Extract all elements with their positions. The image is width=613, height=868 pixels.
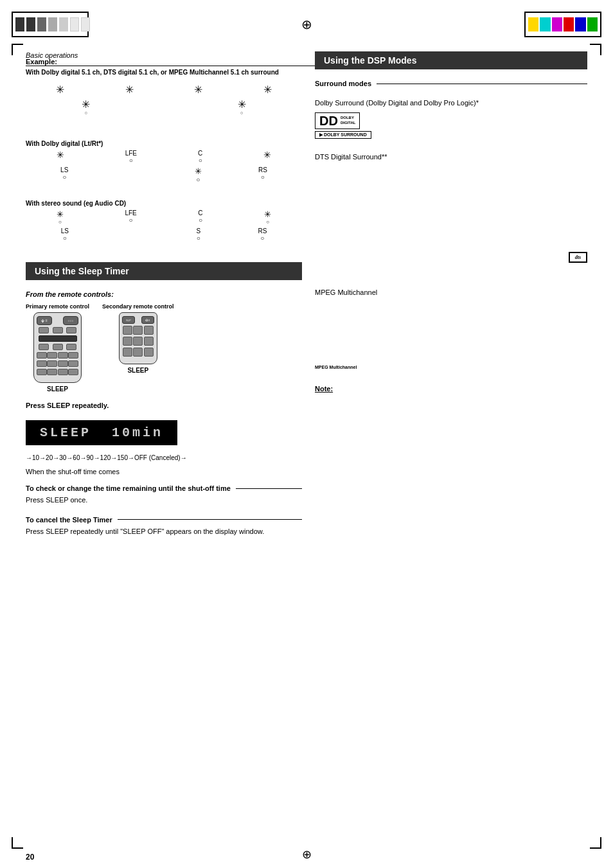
remote-btn-2[interactable]: [53, 327, 63, 333]
right-header-bar: [524, 12, 601, 37]
r2-sleep-btn[interactable]: SLP: [122, 316, 135, 324]
sleep-timer-title: Using the Sleep Timer: [26, 262, 302, 280]
note-label: Note:: [315, 385, 333, 393]
diagram-stereo: ✳○ LFE ○ C ○ ✳○ LS ○ S ○: [26, 209, 302, 254]
display-right: 10min: [112, 425, 163, 440]
color-block-7: [81, 17, 90, 31]
cancel-heading: To cancel the Sleep Timer: [26, 516, 302, 524]
r2-btn-9[interactable]: [144, 348, 154, 357]
color-block-blue: [575, 17, 585, 31]
surround-heading: Surround modes: [315, 80, 587, 87]
remote-btn-1[interactable]: [39, 327, 49, 333]
spk2-rs: RS ○: [258, 166, 267, 183]
remote-btn-18[interactable]: [68, 369, 78, 375]
r2-btn-7[interactable]: [123, 348, 132, 357]
spk3-fl: ✳○: [57, 209, 64, 225]
remote-power-btn[interactable]: ⏻ II: [37, 316, 52, 325]
remote-menu-btn[interactable]: ○○○: [63, 316, 78, 325]
left-column: Example: With Dolby digital 5.1 ch, DTS …: [26, 51, 302, 842]
r2-btn-2[interactable]: [133, 326, 143, 335]
spk3-s: S ○: [196, 227, 200, 242]
spk3-ls: LS ○: [61, 227, 69, 242]
r2-btn-5[interactable]: [133, 337, 143, 346]
center-crosshair-bottom: ⊕: [302, 847, 312, 862]
dsp-title: Using the DSP Modes: [315, 51, 587, 69]
remote-btn-17[interactable]: [58, 369, 68, 375]
remote-btn-12[interactable]: [47, 360, 57, 367]
r2-btn-1[interactable]: [123, 326, 132, 335]
r2-btn-3[interactable]: [144, 326, 154, 335]
color-block-red: [564, 17, 574, 31]
remote-btn-8[interactable]: [47, 352, 57, 359]
color-block-1: [15, 17, 24, 31]
press-sleep-text: Press SLEEP repeatedly.: [26, 400, 302, 411]
speaker-fl: ✳: [56, 84, 64, 96]
remote-slider[interactable]: [39, 335, 77, 342]
remote-btn-11[interactable]: [37, 360, 47, 367]
remote-controls-section: Primary remote control ⏻ II ○○○: [26, 303, 302, 393]
remote-btn-10[interactable]: [68, 352, 78, 359]
r2-btn-4[interactable]: [123, 337, 132, 346]
speaker-sub: ✳ ○: [82, 98, 90, 115]
remote-btn-14[interactable]: [68, 360, 78, 367]
dolby-digital-text: DOLBYDIGITAL: [341, 116, 356, 126]
sequence-text: →10→20→30→60→90→120→150→OFF (Canceled)→: [26, 454, 302, 461]
spk2-ls: LS ○: [60, 166, 68, 183]
spk2-lfe: LFE ○: [125, 150, 137, 164]
mpeg-heading: MPEG Multichannel: [315, 287, 587, 298]
remote-btn-3[interactable]: [66, 327, 76, 333]
speaker-c-top: ✳: [125, 84, 134, 96]
right-column: Using the DSP Modes Surround modes Dolby…: [315, 51, 587, 842]
color-block-yellow: [528, 17, 538, 31]
remote-btn-7[interactable]: [37, 352, 47, 359]
spk3-fr: ✳○: [264, 209, 271, 225]
diagram-ltrt: ✳ LFE ○ C ○ ✳ LS ○ ✳ ○: [26, 150, 302, 195]
remote-btn-13[interactable]: [58, 360, 68, 367]
color-block-green: [587, 17, 598, 31]
dts-logo: dts: [569, 252, 587, 263]
spk3-lfe: LFE ○: [125, 209, 136, 225]
r2-btn-8[interactable]: [133, 348, 143, 357]
diagram2-label: With Dolby digital (Lt/Rt*): [26, 140, 302, 147]
page-number: 20: [26, 853, 34, 862]
sleep-label-1: SLEEP: [47, 385, 68, 393]
left-header-bar: [12, 12, 89, 37]
r2-btn-6[interactable]: [144, 337, 154, 346]
dolby-digital-logo: DD DOLBYDIGITAL: [315, 112, 360, 129]
secondary-remote: SLP ⏻ II: [119, 312, 157, 364]
remote-btn-16[interactable]: [47, 369, 57, 375]
spk3-rs: RS ○: [258, 227, 267, 242]
diagram-51ch: ✳ ✳ ✳ ✳ ✳ ○: [26, 84, 302, 135]
shutoff-text: When the shut-off time comes: [26, 466, 302, 477]
display-left: SLEEP: [40, 425, 91, 440]
remote-btn-6[interactable]: [66, 344, 76, 350]
r2-power-btn[interactable]: ⏻ II: [141, 316, 154, 324]
diagram3-label: With stereo sound (eg Audio CD): [26, 200, 302, 207]
primary-remote-label: Primary remote control: [26, 303, 89, 310]
remote-btn-9[interactable]: [58, 352, 68, 359]
remote-btn-5[interactable]: [53, 344, 63, 350]
corner-bracket-tr: [590, 44, 601, 55]
dts-heading: DTS Digital Surround**: [315, 152, 587, 163]
dolby-heading: Dolby Surround (Dolby Digital and Dolby …: [315, 98, 587, 109]
cancel-desc: Press SLEEP repeatedly until "SLEEP OFF"…: [26, 526, 302, 537]
press-sleep-once: Press SLEEP once.: [26, 495, 302, 506]
spk2-c: C ○: [198, 150, 202, 164]
dolby-d-letter: DD: [319, 114, 338, 127]
mpeg-logo: MPEG Multichannel: [315, 365, 357, 369]
remote-btn-4[interactable]: [39, 344, 49, 350]
from-remote-label: From the remote controls:: [26, 290, 302, 298]
display-readout-area: SLEEP 10min: [26, 414, 302, 452]
example-desc: With Dolby digital 5.1 ch, DTS digital 5…: [26, 68, 302, 77]
remote-btn-15[interactable]: [37, 369, 47, 375]
speaker-sr-top: ✳: [263, 84, 272, 96]
corner-bracket-tl: [12, 44, 23, 55]
spk2-s: ✳ ○: [195, 166, 202, 183]
spk2-fr: ✳: [263, 150, 271, 164]
dolby-surround-logo: ▶ DOLBY SURROUND: [315, 131, 371, 139]
main-content: Basic operations Example: With Dolby dig…: [26, 51, 587, 842]
color-block-6: [70, 17, 79, 31]
speaker-sl: ✳ ○: [238, 98, 246, 115]
color-block-4: [48, 17, 57, 31]
dolby-surround-icon: ▶: [319, 132, 323, 137]
